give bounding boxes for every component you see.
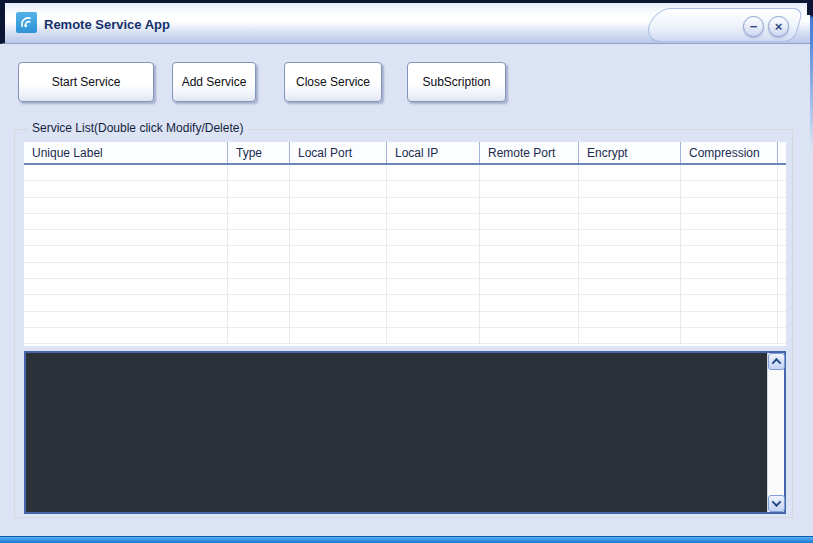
- table-cell: [579, 279, 681, 294]
- table-row[interactable]: [24, 279, 786, 295]
- window-title: Remote Service App: [44, 17, 170, 32]
- table-cell: [24, 246, 228, 261]
- table-cell-filler: [778, 181, 786, 196]
- table-cell: [387, 198, 480, 213]
- table-cell: [290, 181, 387, 196]
- log-console[interactable]: [24, 351, 786, 514]
- column-header-compression[interactable]: Compression: [681, 142, 778, 163]
- table-cell: [24, 279, 228, 294]
- table-cell: [480, 230, 579, 245]
- table-cell: [480, 312, 579, 327]
- table-cell: [228, 214, 290, 229]
- table-cell: [681, 279, 778, 294]
- table-cell: [480, 181, 579, 196]
- titlebar[interactable]: Remote Service App − ×: [0, 0, 813, 44]
- table-cell: [579, 295, 681, 310]
- column-header-type[interactable]: Type: [228, 142, 290, 163]
- window-controls: − ×: [743, 16, 789, 37]
- column-header-local-port[interactable]: Local Port: [290, 142, 387, 163]
- table-row[interactable]: [24, 214, 786, 230]
- minimize-button[interactable]: −: [743, 16, 764, 37]
- table-cell-filler: [778, 312, 786, 327]
- table-cell: [24, 165, 228, 180]
- table-row[interactable]: [24, 295, 786, 311]
- subscription-button[interactable]: SubScription: [407, 62, 506, 102]
- table-cell: [387, 295, 480, 310]
- table-cell: [681, 230, 778, 245]
- table-cell: [228, 246, 290, 261]
- table-row[interactable]: [24, 328, 786, 344]
- table-cell: [579, 198, 681, 213]
- close-button[interactable]: ×: [768, 16, 789, 37]
- table-cell: [579, 214, 681, 229]
- chevron-down-icon: [772, 497, 782, 507]
- table-cell: [681, 181, 778, 196]
- table-cell: [290, 246, 387, 261]
- table-cell: [681, 295, 778, 310]
- table-cell: [579, 263, 681, 278]
- column-header-unique-label[interactable]: Unique Label: [24, 142, 228, 163]
- table-body: [24, 165, 786, 344]
- table-cell: [228, 165, 290, 180]
- table-cell: [387, 230, 480, 245]
- start-service-button[interactable]: Start Service: [18, 62, 154, 102]
- table-cell: [24, 198, 228, 213]
- table-cell: [480, 279, 579, 294]
- table-cell: [579, 165, 681, 180]
- table-cell: [579, 181, 681, 196]
- column-header-local-ip[interactable]: Local IP: [387, 142, 480, 163]
- app-logo-icon: [16, 12, 37, 33]
- table-cell-filler: [778, 295, 786, 310]
- table-cell: [387, 312, 480, 327]
- table-header: Unique Label Type Local Port Local IP Re…: [24, 142, 786, 165]
- log-text: [32, 357, 760, 508]
- table-cell: [24, 312, 228, 327]
- table-row[interactable]: [24, 230, 786, 246]
- table-cell-filler: [778, 230, 786, 245]
- column-header-filler: [778, 142, 786, 163]
- column-header-encrypt[interactable]: Encrypt: [579, 142, 681, 163]
- table-cell: [387, 165, 480, 180]
- table-cell: [480, 165, 579, 180]
- table-cell: [24, 295, 228, 310]
- table-cell: [24, 263, 228, 278]
- table-cell-filler: [778, 198, 786, 213]
- table-cell: [387, 214, 480, 229]
- close-service-button[interactable]: Close Service: [284, 62, 382, 102]
- table-row[interactable]: [24, 198, 786, 214]
- scroll-up-button[interactable]: [768, 353, 785, 370]
- table-cell: [228, 263, 290, 278]
- table-cell: [228, 328, 290, 343]
- add-service-button[interactable]: Add Service: [172, 62, 256, 102]
- table-cell: [228, 198, 290, 213]
- table-cell: [290, 198, 387, 213]
- table-cell: [24, 214, 228, 229]
- service-list-group-label: Service List(Double click Modify/Delete): [28, 121, 247, 135]
- table-cell: [290, 295, 387, 310]
- table-cell: [228, 279, 290, 294]
- app-window: Remote Service App − × Start Service Add…: [0, 0, 813, 543]
- table-cell: [681, 246, 778, 261]
- table-cell: [24, 181, 228, 196]
- table-cell: [579, 246, 681, 261]
- table-row[interactable]: [24, 246, 786, 262]
- table-row[interactable]: [24, 181, 786, 197]
- table-cell: [24, 328, 228, 343]
- table-cell: [480, 246, 579, 261]
- console-scrollbar[interactable]: [767, 353, 784, 512]
- table-row[interactable]: [24, 263, 786, 279]
- table-cell: [387, 263, 480, 278]
- column-header-remote-port[interactable]: Remote Port: [480, 142, 579, 163]
- table-row[interactable]: [24, 312, 786, 328]
- table-cell: [228, 295, 290, 310]
- table-cell: [480, 198, 579, 213]
- table-cell: [387, 279, 480, 294]
- table-cell: [681, 165, 778, 180]
- table-row[interactable]: [24, 165, 786, 181]
- table-cell: [387, 328, 480, 343]
- table-cell: [480, 214, 579, 229]
- table-cell: [681, 198, 778, 213]
- table-cell: [290, 328, 387, 343]
- scroll-down-button[interactable]: [768, 495, 785, 512]
- table-cell: [579, 328, 681, 343]
